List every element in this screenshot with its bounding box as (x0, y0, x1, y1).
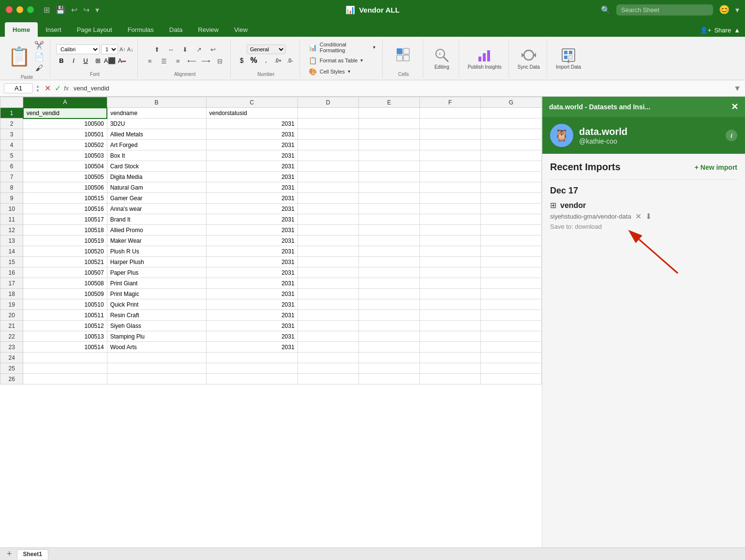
cell-6-B[interactable]: Card Stock (107, 161, 206, 172)
col-header-a[interactable]: A (23, 97, 107, 108)
cell-21-B[interactable]: Siyeh Glass (107, 321, 206, 331)
cell-12-C[interactable]: 2031 (206, 225, 298, 236)
cell-9-F[interactable] (419, 193, 480, 204)
cell-14-B[interactable]: Plush R Us (107, 246, 206, 257)
cell-11-A[interactable]: 100517 (23, 214, 107, 225)
cell-22-D[interactable] (298, 331, 358, 342)
cell-21-D[interactable] (298, 321, 358, 331)
save-icon[interactable]: 💾 (56, 5, 65, 15)
cell-5-F[interactable] (419, 150, 480, 161)
col-header-c[interactable]: C (206, 97, 298, 108)
cell-24-E[interactable] (358, 353, 419, 363)
cell-23-C[interactable]: 2031 (206, 342, 298, 353)
cell-9-C[interactable]: 2031 (206, 193, 298, 204)
import-delete-button[interactable]: ✕ (635, 212, 641, 221)
cell-19-G[interactable] (480, 299, 541, 310)
cell-26-B[interactable] (107, 374, 206, 384)
row-header[interactable]: 11 (0, 214, 23, 225)
cell-25-C[interactable] (206, 363, 298, 374)
row-header[interactable]: 5 (0, 150, 23, 161)
italic-button[interactable]: I (68, 56, 79, 66)
row-header[interactable]: 13 (0, 236, 23, 246)
cell-ref-arrows[interactable]: ▲ ▼ (36, 84, 40, 93)
sheet-tab-sheet1[interactable]: Sheet1 (17, 549, 48, 560)
row-header[interactable]: 8 (0, 182, 23, 193)
cell-15-A[interactable]: 100521 (23, 257, 107, 267)
cell-10-G[interactable] (480, 204, 541, 214)
cell-2-C[interactable]: 2031 (206, 118, 298, 129)
publish-insights-button[interactable]: Publish Insights (465, 45, 505, 72)
merge-button[interactable]: ⊟ (214, 56, 226, 66)
cell-20-D[interactable] (298, 310, 358, 321)
cell-3-E[interactable] (358, 129, 419, 140)
cell-17-G[interactable] (480, 278, 541, 289)
share-button[interactable]: 👤+ Share ▲ (700, 27, 740, 37)
cell-15-B[interactable]: Harper Plush (107, 257, 206, 267)
cell-8-D[interactable] (298, 182, 358, 193)
cell-20-F[interactable] (419, 310, 480, 321)
cell-11-C[interactable]: 2031 (206, 214, 298, 225)
cell-1-G[interactable] (480, 108, 541, 118)
cell-3-C[interactable]: 2031 (206, 129, 298, 140)
cell-25-G[interactable] (480, 363, 541, 374)
align-left-button[interactable]: ≡ (144, 56, 156, 66)
cell-11-G[interactable] (480, 214, 541, 225)
bold-button[interactable]: B (56, 56, 67, 66)
cell-7-B[interactable]: Digita Media (107, 172, 206, 182)
cell-11-D[interactable] (298, 214, 358, 225)
row-header[interactable]: 10 (0, 204, 23, 214)
cell-12-B[interactable]: Allied Promo (107, 225, 206, 236)
cell-17-B[interactable]: Print Giant (107, 278, 206, 289)
sync-data-button[interactable]: Sync Data (515, 45, 543, 72)
cell-23-G[interactable] (480, 342, 541, 353)
cell-16-F[interactable] (419, 267, 480, 278)
cell-26-C[interactable] (206, 374, 298, 384)
cell-18-A[interactable]: 100509 (23, 289, 107, 299)
cell-17-F[interactable] (419, 278, 480, 289)
cell-7-F[interactable] (419, 172, 480, 182)
cell-9-B[interactable]: Gamer Gear (107, 193, 206, 204)
cell-19-C[interactable]: 2031 (206, 299, 298, 310)
cell-22-E[interactable] (358, 331, 419, 342)
cell-10-C[interactable]: 2031 (206, 204, 298, 214)
cell-16-B[interactable]: Paper Plus (107, 267, 206, 278)
comma-button[interactable]: , (261, 55, 271, 66)
cell-20-E[interactable] (358, 310, 419, 321)
cell-1-A[interactable]: vend_vendid (23, 108, 107, 118)
cell-19-B[interactable]: Quick Print (107, 299, 206, 310)
underline-button[interactable]: U (80, 56, 91, 66)
cells-icon[interactable] (393, 45, 414, 65)
add-sheet-button[interactable]: + (4, 549, 15, 559)
cell-19-F[interactable] (419, 299, 480, 310)
cell-15-E[interactable] (358, 257, 419, 267)
cell-6-E[interactable] (358, 161, 419, 172)
cell-1-D[interactable] (298, 108, 358, 118)
row-header[interactable]: 16 (0, 267, 23, 278)
cell-21-E[interactable] (358, 321, 419, 331)
increase-decimal-button[interactable]: .0+ (273, 55, 283, 66)
row-header[interactable]: 19 (0, 299, 23, 310)
cell-22-G[interactable] (480, 331, 541, 342)
cell-24-D[interactable] (298, 353, 358, 363)
cell-5-E[interactable] (358, 150, 419, 161)
cell-10-D[interactable] (298, 204, 358, 214)
conditional-formatting-button[interactable]: 📊 Conditional Formatting ▾ (306, 41, 378, 54)
cell-21-F[interactable] (419, 321, 480, 331)
more-icon[interactable]: ▾ (95, 5, 99, 15)
row-header[interactable]: 4 (0, 140, 23, 150)
cell-22-A[interactable]: 100513 (23, 331, 107, 342)
cell-16-C[interactable]: 2031 (206, 267, 298, 278)
cell-22-F[interactable] (419, 331, 480, 342)
cell-25-B[interactable] (107, 363, 206, 374)
cell-9-D[interactable] (298, 193, 358, 204)
undo-icon[interactable]: ↩ (71, 5, 77, 15)
tab-data[interactable]: Data (162, 22, 190, 37)
cell-5-D[interactable] (298, 150, 358, 161)
cell-13-G[interactable] (480, 236, 541, 246)
row-header[interactable]: 12 (0, 225, 23, 236)
cell-5-G[interactable] (480, 150, 541, 161)
cell-11-B[interactable]: Brand It (107, 214, 206, 225)
cell-12-G[interactable] (480, 225, 541, 236)
row-header[interactable]: 25 (0, 363, 23, 374)
cell-6-F[interactable] (419, 161, 480, 172)
